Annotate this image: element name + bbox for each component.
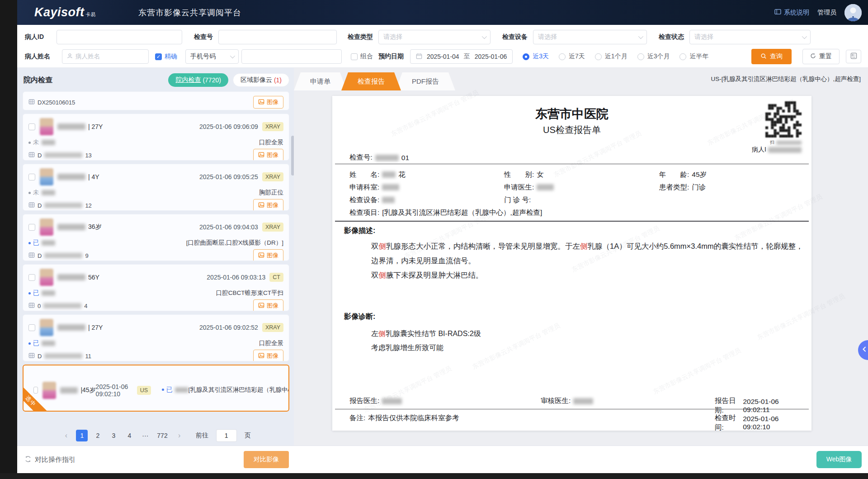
exam-id-suffix: 4 bbox=[84, 303, 87, 309]
diag-line: 考虑乳腺增生所致可能 bbox=[371, 341, 805, 355]
row-checkbox[interactable] bbox=[28, 274, 35, 281]
chevron-down-icon bbox=[638, 34, 643, 39]
status-prefix: 已 bbox=[33, 289, 39, 297]
row-checkbox[interactable] bbox=[28, 224, 35, 231]
exam-card[interactable]: | 27Y2025-01-06 09:02:52XRAY已口腔全景D11图像 bbox=[23, 314, 289, 361]
next-page-button[interactable]: › bbox=[174, 430, 185, 441]
tab-request-form[interactable]: 申请单 bbox=[294, 72, 347, 90]
logo-text: Kayisoft bbox=[34, 5, 85, 19]
quick-range-5[interactable]: 近半年 bbox=[679, 52, 708, 61]
quick-range-2[interactable]: 近7天 bbox=[559, 52, 585, 61]
exam-id: D12 bbox=[28, 202, 92, 209]
quick-range-label: 近1个月 bbox=[605, 52, 627, 61]
date-range-picker[interactable]: 2025-01-04 至 2025-01-06 bbox=[410, 49, 513, 64]
status-prefix: 已 bbox=[33, 339, 39, 347]
film-icon bbox=[28, 252, 35, 260]
tab-in-hospital-exams[interactable]: 院内检查 (7720) bbox=[168, 73, 228, 87]
main-panel: 申请单 检查报告 PDF报告 US-[乳腺及其引流区淋巴结彩超（乳腺中心）,超声… bbox=[294, 68, 868, 446]
field-outpatient-no: 门 诊 号: bbox=[504, 195, 531, 205]
exam-status-label: 检查状态 bbox=[659, 33, 684, 41]
quick-range-1[interactable]: 近3天 bbox=[523, 52, 549, 61]
search-button[interactable]: 查询 bbox=[751, 49, 792, 64]
exam-no-input[interactable] bbox=[218, 30, 337, 44]
image-button-label: 图像 bbox=[267, 98, 278, 106]
goto-page-input[interactable] bbox=[216, 429, 237, 442]
exam-card[interactable]: 56Y2025-01-06 09:03:13CT已口腔CBCT锥形束CT平扫04… bbox=[23, 264, 289, 311]
layout-grid-icon bbox=[850, 52, 857, 61]
image-button[interactable]: 图像 bbox=[253, 199, 283, 211]
image-button[interactable]: 图像 bbox=[253, 96, 283, 109]
row-checkbox[interactable] bbox=[33, 387, 38, 394]
patient-name-input[interactable]: 病人姓名 bbox=[62, 49, 149, 64]
exam-card-partial[interactable]: DX250106015图像 bbox=[23, 91, 289, 110]
date-separator: 至 bbox=[464, 52, 470, 61]
image-icon bbox=[258, 252, 264, 260]
patient-id-input[interactable] bbox=[57, 30, 182, 44]
row-checkbox[interactable] bbox=[28, 174, 35, 180]
user-avatar[interactable] bbox=[844, 4, 862, 21]
report-text: 考虑乳腺增生所致可能 bbox=[371, 344, 443, 351]
page-button-772[interactable]: 772 bbox=[155, 430, 169, 441]
quick-range-3[interactable]: 近1个月 bbox=[595, 52, 627, 61]
layout-toggle-button[interactable] bbox=[846, 50, 861, 63]
tab-region-cloud[interactable]: 区域影像云 (1) bbox=[233, 73, 289, 87]
image-button[interactable]: 图像 bbox=[253, 149, 283, 161]
review-doctor: 审核医生: bbox=[541, 396, 593, 406]
compare-guide-link[interactable]: 对比操作指引 bbox=[24, 446, 75, 473]
refresh-icon bbox=[810, 53, 816, 60]
exam-time: 检查时间:2025-01-06 09:02:10 bbox=[715, 413, 798, 432]
exact-checkbox[interactable]: ✓ 精确 bbox=[155, 52, 177, 61]
exam-id-suffix: 11 bbox=[85, 353, 91, 360]
diag-line: 左侧乳腺囊实性结节 BI-RADS:2级 bbox=[371, 327, 805, 341]
compare-images-button[interactable]: 对比影像 bbox=[244, 451, 289, 468]
report-doctor: 报告医生: bbox=[349, 396, 402, 406]
system-help-link[interactable]: 系统说明 bbox=[774, 9, 809, 17]
exam-sidebar: 院内检查 院内检查 (7720) 区域影像云 (1) DX250106015图像… bbox=[17, 68, 294, 446]
highlighted-keyword: 侧 bbox=[378, 330, 386, 337]
row-checkbox[interactable] bbox=[28, 123, 35, 130]
reset-button[interactable]: 重置 bbox=[802, 49, 840, 64]
quick-range-4[interactable]: 近3个月 bbox=[637, 52, 670, 61]
status-text: 未 bbox=[28, 189, 55, 197]
patient-avatar bbox=[40, 118, 53, 135]
image-button[interactable]: 图像 bbox=[253, 299, 283, 311]
status-prefix: 未 bbox=[33, 138, 39, 147]
row-checkbox[interactable] bbox=[28, 324, 35, 331]
exam-card[interactable]: |45岁2025-01-06 09:02:10US已[乳腺及其引流区淋巴结彩超（… bbox=[23, 365, 289, 412]
page-button-4[interactable]: 4 bbox=[123, 430, 135, 441]
film-icon bbox=[28, 99, 35, 106]
prev-page-button[interactable]: ‹ bbox=[60, 430, 72, 441]
image-button-label: 图像 bbox=[267, 251, 278, 260]
image-button[interactable]: 图像 bbox=[253, 249, 283, 261]
modality-badge: XRAY bbox=[262, 172, 283, 181]
modality-badge: US bbox=[137, 386, 151, 395]
page-button-2[interactable]: 2 bbox=[92, 430, 104, 441]
page-button-1[interactable]: 1 bbox=[76, 430, 88, 441]
status-prefix: 已 bbox=[33, 239, 39, 247]
window-left-strip bbox=[0, 0, 17, 479]
combine-checkbox[interactable]: 组合 bbox=[351, 52, 373, 61]
image-button[interactable]: 图像 bbox=[253, 350, 283, 361]
field-device: 检查设备: bbox=[349, 195, 395, 205]
search-icon bbox=[760, 53, 767, 61]
modality-badge: XRAY bbox=[262, 122, 283, 131]
phone-field-select[interactable]: 手机号码 bbox=[185, 49, 239, 64]
exam-id-prefix: 0 bbox=[38, 303, 41, 309]
exam-device-select[interactable]: 请选择 bbox=[533, 30, 647, 44]
web-image-button[interactable]: Web图像 bbox=[816, 451, 862, 468]
exam-status-select[interactable]: 请选择 bbox=[689, 30, 811, 44]
patient-avatar bbox=[42, 382, 56, 399]
exam-card[interactable]: | 4Y2025-01-06 09:05:25XRAY未胸部正位D12图像 bbox=[23, 164, 289, 211]
checkbox-unchecked-icon bbox=[351, 53, 358, 60]
status-text: 未 bbox=[28, 138, 55, 147]
image-icon bbox=[258, 202, 264, 209]
phone-input[interactable] bbox=[241, 49, 342, 64]
tab-exam-report[interactable]: 检查报告 bbox=[341, 72, 401, 90]
page-button-3[interactable]: 3 bbox=[108, 430, 119, 441]
quick-range-label: 近半年 bbox=[689, 52, 708, 61]
exam-card[interactable]: | 27Y2025-01-06 09:06:09XRAY未口腔全景D13图像 bbox=[23, 114, 289, 161]
tab-pdf-report[interactable]: PDF报告 bbox=[396, 72, 455, 90]
exam-type-select[interactable]: 请选择 bbox=[378, 30, 491, 44]
exam-card[interactable]: 36岁2025-01-06 09:04:03XRAY已[口腔曲面断层,口腔X线摄… bbox=[23, 214, 289, 261]
field-patient-type: 患者类型:门诊 bbox=[659, 183, 706, 192]
